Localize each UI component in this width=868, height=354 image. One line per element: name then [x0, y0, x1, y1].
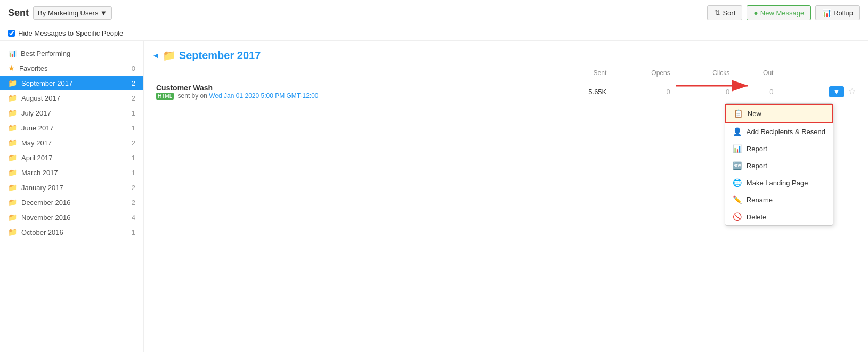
- folder-icon: 📁: [8, 228, 17, 236]
- folder-icon: 📁: [8, 213, 17, 221]
- menu-item-add-recipients[interactable]: 👤 Add Recipients & Resend: [725, 123, 833, 140]
- menu-item-report-1[interactable]: 📊 Report: [725, 140, 833, 157]
- sidebar-item-6[interactable]: 📁 March 2017 1: [0, 165, 143, 180]
- folder-icon: 📁: [8, 94, 17, 102]
- pencil-icon: ✏️: [733, 195, 742, 204]
- sidebar-item-2[interactable]: 📁 July 2017 1: [0, 105, 143, 120]
- menu-item-rename[interactable]: ✏️ Rename: [725, 191, 833, 208]
- star-icon: ★: [8, 64, 15, 72]
- msg-opens: 0: [611, 79, 674, 104]
- sidebar: 📊 Best Performing ★ Favorites 0 📁 Septem…: [0, 41, 144, 352]
- new-message-button[interactable]: ● New Message: [747, 5, 811, 20]
- menu-item-landing-page[interactable]: 🌐 Make Landing Page: [725, 174, 833, 191]
- msg-actions-cell: ▼ ☆: [777, 79, 860, 104]
- bar-chart-icon: 📊: [8, 50, 17, 57]
- messages-table: Sent Opens Clicks Out Customer Wash HTML…: [152, 67, 860, 104]
- rollup-icon: 📊: [822, 9, 831, 17]
- table-row: Customer Wash HTML sent by on Wed Jan 01…: [152, 79, 860, 104]
- msg-sent: 5.65K: [549, 79, 611, 104]
- sidebar-item-5[interactable]: 📁 April 2017 1: [0, 150, 143, 165]
- col-opens: Opens: [611, 67, 674, 79]
- menu-item-report-2[interactable]: 🆕 Report: [725, 157, 833, 174]
- msg-sub: HTML sent by on Wed Jan 01 2020 5:00 PM …: [156, 92, 319, 100]
- folder-icon: 📁: [8, 79, 17, 87]
- html-badge: HTML: [156, 93, 174, 100]
- user-add-icon: 👤: [733, 127, 742, 136]
- sidebar-item-1[interactable]: 📁 August 2017 2: [0, 90, 143, 105]
- col-out: Out: [734, 67, 777, 79]
- hide-messages-label[interactable]: Hide Messages to Specific People: [8, 29, 860, 37]
- sidebar-item-3[interactable]: 📁 June 2017 1: [0, 120, 143, 135]
- section-nav-back[interactable]: ◄: [152, 51, 159, 60]
- message-star-button[interactable]: ☆: [848, 86, 856, 96]
- col-name: [152, 67, 549, 79]
- msg-clicks: 0: [675, 79, 734, 104]
- menu-item-delete[interactable]: 🚫 Delete: [725, 208, 833, 225]
- folder-icon: 📁: [8, 183, 17, 192]
- content-area: ◄ 📁 September 2017 Sent Opens Clicks Out: [144, 41, 868, 352]
- sidebar-item-7[interactable]: 📁 January 2017 2: [0, 180, 143, 195]
- message-action-button[interactable]: ▼: [829, 86, 845, 97]
- hide-messages-checkbox[interactable]: [8, 30, 15, 37]
- col-sent: Sent: [549, 67, 611, 79]
- msg-name-cell: Customer Wash HTML sent by on Wed Jan 01…: [152, 79, 549, 104]
- delete-icon: 🚫: [733, 212, 742, 221]
- header-right: ⇅ Sort ● New Message 📊 Rollup: [707, 5, 860, 20]
- sidebar-item-0[interactable]: 📁 September 2017 2: [0, 76, 143, 90]
- folder-icon: 📁: [8, 124, 17, 132]
- report-chart-icon: 📊: [733, 144, 742, 153]
- sidebar-item-9[interactable]: 📁 November 2016 4: [0, 210, 143, 225]
- folder-icon: 📁: [8, 138, 17, 147]
- folder-icon: 📁: [8, 153, 17, 162]
- msg-name: Customer Wash: [156, 84, 213, 92]
- col-actions: [777, 67, 860, 79]
- subheader: Hide Messages to Specific People: [0, 26, 868, 41]
- sidebar-item-favorites[interactable]: ★ Favorites 0: [0, 61, 143, 76]
- new-report-icon: 🆕: [733, 161, 742, 170]
- context-menu: 📋 New 👤 Add Recipients & Resend 📊 Report: [725, 103, 833, 226]
- folder-icon: 📁: [8, 168, 17, 177]
- page-title: Sent: [8, 7, 29, 19]
- sort-icon: ⇅: [714, 9, 720, 17]
- msg-out: 0: [734, 79, 777, 104]
- section-title: September 2017: [179, 50, 261, 62]
- new-doc-icon: 📋: [734, 109, 743, 118]
- msg-link[interactable]: Wed Jan 01 2020 5:00 PM GMT-12:00: [209, 92, 318, 100]
- header-left: Sent By Marketing Users ▼: [8, 6, 707, 20]
- rollup-button[interactable]: 📊 Rollup: [815, 5, 860, 20]
- folder-icon: 📁: [8, 198, 17, 207]
- table-header-row: Sent Opens Clicks Out: [152, 67, 860, 79]
- header: Sent By Marketing Users ▼ ⇅ Sort ● New M…: [0, 0, 868, 26]
- sort-button[interactable]: ⇅ Sort: [707, 5, 742, 20]
- sidebar-item-8[interactable]: 📁 December 2016 2: [0, 195, 143, 210]
- main-layout: 📊 Best Performing ★ Favorites 0 📁 Septem…: [0, 41, 868, 352]
- menu-item-new[interactable]: 📋 New: [725, 104, 833, 123]
- sidebar-item-10[interactable]: 📁 October 2016 1: [0, 225, 143, 240]
- col-clicks: Clicks: [675, 67, 734, 79]
- filter-dropdown[interactable]: By Marketing Users ▼: [33, 6, 112, 20]
- globe-icon: 🌐: [733, 178, 742, 187]
- section-header: ◄ 📁 September 2017: [152, 49, 860, 62]
- new-message-icon: ●: [753, 9, 758, 17]
- section-folder-icon: 📁: [163, 49, 176, 62]
- sidebar-item-best-performing[interactable]: 📊 Best Performing: [0, 46, 143, 61]
- folder-icon: 📁: [8, 109, 17, 117]
- sidebar-item-4[interactable]: 📁 May 2017 2: [0, 135, 143, 150]
